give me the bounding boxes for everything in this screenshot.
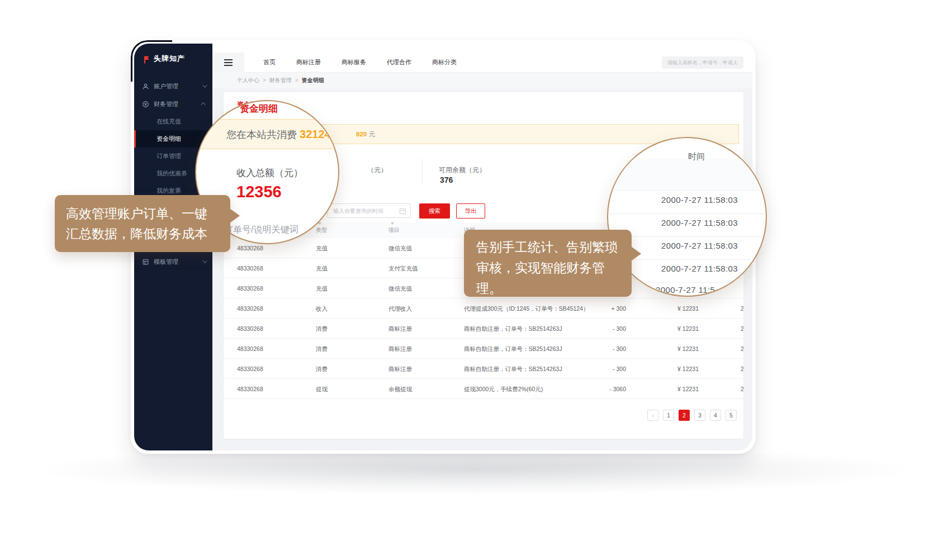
magnified-income-value: 12356 [236,183,282,201]
global-search-input[interactable] [662,56,743,69]
brand-name: 头牌知产 [154,54,185,64]
page-5-button[interactable]: 5 [726,410,737,421]
magnified-order-header: 订单号/说明关键词 [224,224,298,236]
prev-page-button[interactable]: ‹ [647,410,658,421]
magnified-time-cell: 2000-7-27 11:58:03 [661,264,738,273]
global-search [662,56,743,69]
caret-down-icon [391,222,394,225]
magnified-time-cell: 2000-7-27 11:58:03 [661,195,738,205]
nav-trademark-category[interactable]: 商标分类 [432,58,457,67]
finance-icon [142,101,149,108]
expense-total-label: （元） [367,165,387,175]
page-1-button[interactable]: 1 [663,410,674,421]
export-button[interactable]: 导出 [456,203,485,219]
magnified-time-header: 时间 [688,151,705,162]
nav-agent-cooperation[interactable]: 代理合作 [387,58,411,67]
hamburger-icon [224,59,233,66]
magnified-banner: 您在本站共消费 32124 [195,119,339,149]
stats-divider [422,158,423,185]
magnified-time-header-bg [608,158,766,191]
hamburger-button[interactable] [212,53,244,73]
magnified-time-cell: 2000-7-27 11:58:03 [661,241,738,250]
page-3-button[interactable]: 3 [694,410,705,421]
sidebar-item-template[interactable]: 模板管理 [134,253,212,270]
sidebar-item-account[interactable]: 账户管理 [134,77,212,95]
caret-down-icon [318,222,321,225]
available-balance-value: 376 [440,175,453,184]
banner-unit: 元 [367,131,375,137]
brand-logo: 头牌知产 [134,44,212,65]
magnified-income-label: 收入总额（元） [236,167,303,179]
date-query-field [327,203,411,218]
magnified-time-cell-partial: 2000-7-27 11:5 [656,285,715,295]
calendar-icon [400,208,406,214]
date-query-input[interactable] [328,204,410,217]
callout-left: 高效管理账户订单、一键汇总数据，降低财务成本 [55,195,230,252]
magnified-banner-prefix: 您在本站共消费 [226,129,300,140]
available-balance-label: 可用余额（元） [439,165,486,175]
table-row: 48330268消费商标注册商标自助注册，订单号：SB2514263J- 300… [224,319,743,339]
nav-trademark-service[interactable]: 商标服务 [342,58,366,67]
table-row: 48330268消费商标注册商标自助注册，订单号：SB2514263J- 300… [224,339,743,359]
user-icon [142,83,149,90]
chevron-down-icon [202,258,207,263]
table-row: 48330268收入代理收入代理提成300元（ID:1245，订单号：SB451… [224,298,743,319]
nav-links: 首页 商标注册 商标服务 代理合作 商标分类 [263,58,457,67]
nav-home[interactable]: 首页 [263,58,276,67]
breadcrumb-personal-center[interactable]: 个人中心 [237,77,259,83]
sidebar-item-online-recharge[interactable]: 在线充值 [134,113,212,130]
brand-logo-icon [143,55,150,63]
pagination: ‹ 1 2 3 4 5 [647,410,737,421]
sidebar-item-finance[interactable]: 财务管理 [134,95,212,113]
page-4-button[interactable]: 4 [710,410,721,421]
top-navbar: 首页 商标注册 商标服务 代理合作 商标分类 [212,53,752,73]
breadcrumb-finance[interactable]: 财务管理 [269,77,292,83]
callout-right: 告别手工统计、告别繁琐审核，实现智能财务管理。 [464,230,632,297]
page-2-button[interactable]: 2 [679,410,690,421]
table-row: 48330268提现余额提现提现3000元，手续费2%(60元)- 3060¥ … [224,379,743,399]
breadcrumb: 个人中心>财务管理>资金明细 [212,73,752,88]
banner-amount-tail: 820 [356,131,367,137]
nav-trademark-register[interactable]: 商标注册 [296,58,321,67]
magnified-tab-fund-detail: 资金明细 [240,102,278,121]
template-icon [142,258,149,265]
breadcrumb-fund-detail: 资金明细 [302,77,324,83]
magnified-time-cell: 2000-7-27 11:58:03 [661,218,738,227]
chevron-down-icon [202,83,207,87]
search-button[interactable]: 搜索 [419,203,450,219]
brand-tagline: · · · · · · · · · [134,65,212,69]
page: 头牌知产 · · · · · · · · · 账户管理 财务管理 [0,0,948,560]
table-row: 48330268消费商标注册商标自助注册，订单号：SB2514263J- 300… [224,359,743,379]
